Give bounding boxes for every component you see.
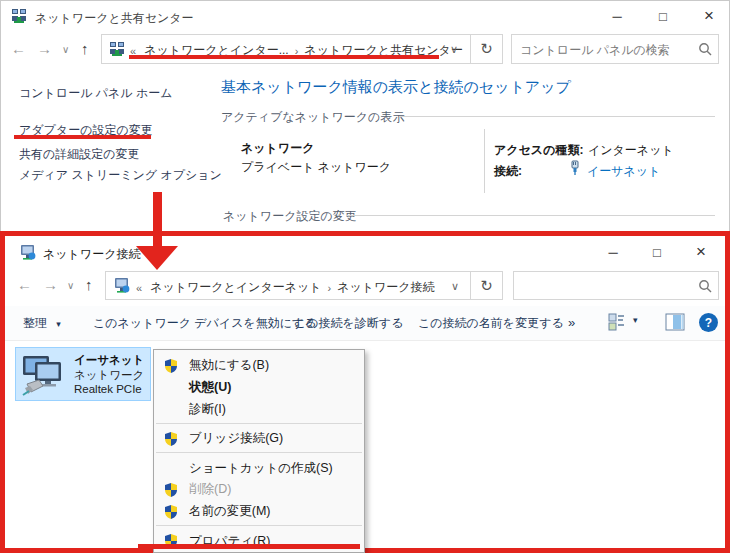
menu-separator	[156, 525, 362, 526]
search-box[interactable]	[513, 271, 719, 300]
sidebar-item-control-panel-home[interactable]: コントロール パネル ホーム	[19, 85, 172, 102]
breadcrumb-network-internet[interactable]: ネットワークとインターネット	[150, 279, 321, 296]
screen: ネットワークと共有センター ─ □ × ← → ∨ ↑ « ネットワークとインタ…	[0, 0, 730, 553]
close-button[interactable]: ×	[686, 1, 730, 31]
organize-dropdown-icon: ▾	[56, 319, 61, 329]
command-bar: 整理 ▾ このネットワーク デバイスを無効にする この接続を診断する この接続の…	[5, 306, 725, 341]
access-type-label: アクセスの種類:	[494, 142, 583, 159]
menu-separator	[156, 452, 362, 453]
forward-button[interactable]: →	[43, 276, 58, 293]
annotation-arrow-shaft	[153, 192, 162, 248]
network-sharing-center-icon	[11, 8, 27, 24]
sidebar-item-media-streaming-options[interactable]: メディア ストリーミング オプション	[19, 167, 222, 184]
search-box[interactable]: コントロール パネルの検索	[511, 34, 719, 64]
menu-item-delete: 削除(D)	[154, 479, 364, 501]
menu-item-bridge[interactable]: ブリッジ接続(G)	[154, 428, 364, 450]
menu-item-diagnose[interactable]: 診断(I)	[154, 398, 364, 420]
annotation-underline-breadcrumb	[129, 55, 439, 59]
search-placeholder: コントロール パネルの検索	[520, 42, 670, 59]
search-icon[interactable]	[698, 42, 713, 61]
minimize-button[interactable]: ─	[591, 237, 635, 267]
help-button[interactable]: ?	[699, 313, 718, 332]
back-button[interactable]: ←	[17, 276, 32, 293]
uac-shield-icon	[163, 503, 180, 520]
menu-item-rename[interactable]: 名前の変更(M)	[154, 501, 364, 523]
address-dropdown-icon[interactable]: ∨	[450, 43, 458, 56]
network-connections-icon	[19, 244, 36, 261]
uac-shield-icon	[163, 357, 180, 374]
forward-button[interactable]: →	[37, 40, 52, 57]
connections-label: 接続:	[494, 163, 522, 180]
item-adapter: Realtek PCIe	[74, 383, 142, 395]
section-divider	[346, 215, 715, 216]
preview-pane-button[interactable]	[665, 313, 685, 335]
section-divider	[399, 116, 715, 117]
address-location-icon	[109, 41, 125, 57]
maximize-button[interactable]: □	[635, 237, 679, 267]
context-menu: 無効にする(B) 状態(U) 診断(I) ブリッジ接続(G) ショートカットの作…	[153, 349, 365, 553]
window-network-connections: ネットワーク接続 ─ □ × ← → ∨ ↑ « ネットワークとインターネット …	[0, 231, 730, 553]
section-active-networks: アクティブなネットワークの表示	[221, 109, 404, 126]
window-title: ネットワークと共有センター	[35, 10, 194, 27]
address-bar[interactable]: « ネットワークとインターネット › ネットワーク接続 ∨	[105, 271, 471, 300]
menu-item-disable[interactable]: 無効にする(B)	[154, 355, 364, 377]
search-icon[interactable]	[698, 279, 713, 298]
section-change-network-settings: ネットワーク設定の変更	[223, 208, 357, 225]
ethernet-connection-item[interactable]: イーサネット ネットワーク Realtek PCIe	[15, 347, 151, 401]
ethernet-adapter-icon	[21, 354, 71, 400]
breadcrumb-separator-icon: ›	[322, 282, 338, 294]
uac-shield-icon	[163, 430, 180, 447]
refresh-button[interactable]: ↻	[470, 271, 503, 300]
close-button[interactable]: ×	[679, 237, 723, 267]
column-divider	[484, 129, 485, 193]
recent-pages-dropdown-icon[interactable]: ∨	[67, 280, 74, 291]
address-dropdown-icon[interactable]: ∨	[451, 280, 459, 293]
item-network: ネットワーク	[74, 368, 144, 383]
recent-pages-dropdown-icon[interactable]: ∨	[62, 44, 69, 55]
uac-shield-icon	[163, 481, 180, 498]
window-title: ネットワーク接続	[43, 246, 140, 263]
disable-device-button[interactable]: このネットワーク デバイスを無効にする	[93, 315, 317, 332]
item-name: イーサネット	[74, 353, 144, 368]
annotation-arrow-head	[136, 246, 178, 270]
ethernet-plug-icon	[569, 160, 581, 180]
breadcrumb-network-connections[interactable]: ネットワーク接続	[337, 279, 434, 296]
page-title: 基本ネットワーク情報の表示と接続のセットアップ	[221, 78, 571, 97]
breadcrumb-root-chevron[interactable]: «	[136, 282, 142, 294]
ethernet-link[interactable]: イーサネット	[587, 163, 660, 180]
annotation-underline-properties	[138, 544, 360, 549]
sidebar-item-change-sharing-settings[interactable]: 共有の詳細設定の変更	[19, 146, 140, 163]
rename-connection-button[interactable]: この接続の名前を変更する	[418, 315, 564, 332]
maximize-button[interactable]: □	[640, 1, 686, 31]
address-bar[interactable]: « ネットワークとインター... › ネットワークと共有センター ∨	[101, 34, 471, 64]
change-view-button[interactable]	[608, 313, 626, 335]
minimize-button[interactable]: ─	[594, 1, 640, 31]
up-button[interactable]: ↑	[81, 40, 89, 57]
address-location-icon	[113, 277, 130, 294]
change-view-dropdown-icon[interactable]: ▾	[633, 315, 638, 325]
network-name: ネットワーク	[241, 140, 314, 157]
menu-item-create-shortcut[interactable]: ショートカットの作成(S)	[154, 457, 364, 479]
more-commands-icon[interactable]: »	[568, 315, 575, 330]
organize-button[interactable]: 整理 ▾	[23, 315, 61, 332]
network-type: プライベート ネットワーク	[241, 159, 391, 176]
access-type-value: インターネット	[588, 142, 674, 159]
window-network-sharing-center: ネットワークと共有センター ─ □ × ← → ∨ ↑ « ネットワークとインタ…	[0, 0, 730, 232]
annotation-underline-adapter-settings	[14, 135, 151, 139]
refresh-button[interactable]: ↻	[470, 34, 503, 64]
up-button[interactable]: ↑	[85, 276, 93, 293]
back-button[interactable]: ←	[11, 40, 26, 57]
menu-item-status[interactable]: 状態(U)	[154, 377, 364, 399]
menu-separator	[156, 423, 362, 424]
diagnose-connection-button[interactable]: この接続を診断する	[294, 315, 403, 332]
